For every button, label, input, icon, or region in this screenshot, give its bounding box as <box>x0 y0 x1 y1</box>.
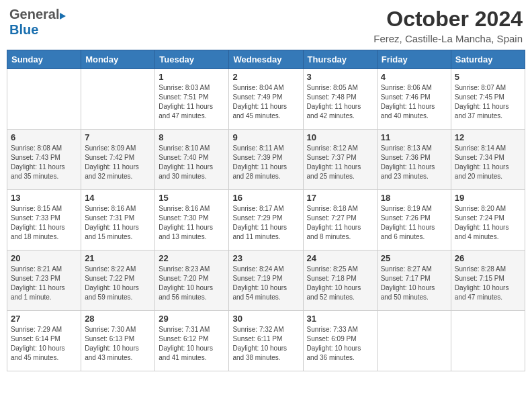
day-number: 17 <box>307 193 373 203</box>
day-number: 25 <box>381 253 447 263</box>
calendar-week-row: 6Sunrise: 8:08 AM Sunset: 7:43 PM Daylig… <box>7 130 525 190</box>
day-number: 5 <box>455 72 521 82</box>
day-info: Sunrise: 7:31 AM Sunset: 6:12 PM Dayligh… <box>159 325 225 363</box>
column-header-sunday: Sunday <box>7 50 81 69</box>
calendar-cell: 14Sunrise: 8:16 AM Sunset: 7:31 PM Dayli… <box>81 190 155 250</box>
day-number: 26 <box>455 253 521 263</box>
day-info: Sunrise: 8:27 AM Sunset: 7:17 PM Dayligh… <box>381 265 447 302</box>
day-info: Sunrise: 8:16 AM Sunset: 7:30 PM Dayligh… <box>159 204 225 242</box>
day-info: Sunrise: 8:10 AM Sunset: 7:40 PM Dayligh… <box>159 144 225 181</box>
calendar-cell: 10Sunrise: 8:12 AM Sunset: 7:37 PM Dayli… <box>303 130 377 190</box>
day-info: Sunrise: 8:03 AM Sunset: 7:51 PM Dayligh… <box>159 83 225 121</box>
calendar-cell: 15Sunrise: 8:16 AM Sunset: 7:30 PM Dayli… <box>155 190 229 250</box>
day-number: 2 <box>232 72 299 82</box>
title-section: October 2024 Ferez, Castille-La Mancha, … <box>373 7 523 44</box>
day-info: Sunrise: 8:08 AM Sunset: 7:43 PM Dayligh… <box>11 144 77 181</box>
calendar-cell: 16Sunrise: 8:17 AM Sunset: 7:29 PM Dayli… <box>229 190 303 250</box>
calendar-cell <box>451 311 525 371</box>
day-info: Sunrise: 8:22 AM Sunset: 7:22 PM Dayligh… <box>85 265 151 302</box>
calendar-cell: 3Sunrise: 8:05 AM Sunset: 7:48 PM Daylig… <box>303 69 377 130</box>
calendar-cell: 11Sunrise: 8:13 AM Sunset: 7:36 PM Dayli… <box>377 130 451 190</box>
logo-text: General <box>9 7 66 22</box>
day-number: 14 <box>85 193 151 203</box>
day-number: 10 <box>307 132 373 142</box>
day-info: Sunrise: 7:33 AM Sunset: 6:09 PM Dayligh… <box>307 325 373 363</box>
logo-general: General <box>9 7 59 21</box>
day-info: Sunrise: 8:28 AM Sunset: 7:15 PM Dayligh… <box>455 265 521 302</box>
day-info: Sunrise: 8:15 AM Sunset: 7:33 PM Dayligh… <box>11 204 77 242</box>
day-info: Sunrise: 8:16 AM Sunset: 7:31 PM Dayligh… <box>85 204 151 242</box>
day-info: Sunrise: 8:19 AM Sunset: 7:26 PM Dayligh… <box>381 204 447 242</box>
day-number: 6 <box>11 132 77 142</box>
day-info: Sunrise: 8:23 AM Sunset: 7:20 PM Dayligh… <box>159 265 225 302</box>
day-number: 16 <box>232 193 299 203</box>
column-header-thursday: Thursday <box>303 50 377 69</box>
logo-icon <box>60 13 66 19</box>
day-info: Sunrise: 8:05 AM Sunset: 7:48 PM Dayligh… <box>307 83 373 121</box>
calendar-cell: 31Sunrise: 7:33 AM Sunset: 6:09 PM Dayli… <box>303 311 377 371</box>
column-header-friday: Friday <box>377 50 451 69</box>
calendar-header-row: SundayMondayTuesdayWednesdayThursdayFrid… <box>7 50 525 69</box>
calendar-cell: 30Sunrise: 7:32 AM Sunset: 6:11 PM Dayli… <box>229 311 303 371</box>
day-info: Sunrise: 8:12 AM Sunset: 7:37 PM Dayligh… <box>307 144 373 181</box>
calendar-week-row: 1Sunrise: 8:03 AM Sunset: 7:51 PM Daylig… <box>7 69 525 130</box>
day-number: 18 <box>381 193 447 203</box>
calendar-cell: 5Sunrise: 8:07 AM Sunset: 7:45 PM Daylig… <box>451 69 525 130</box>
calendar-cell: 1Sunrise: 8:03 AM Sunset: 7:51 PM Daylig… <box>155 69 229 130</box>
calendar-cell: 6Sunrise: 8:08 AM Sunset: 7:43 PM Daylig… <box>7 130 81 190</box>
calendar-cell: 22Sunrise: 8:23 AM Sunset: 7:20 PM Dayli… <box>155 250 229 311</box>
calendar-week-row: 13Sunrise: 8:15 AM Sunset: 7:33 PM Dayli… <box>7 190 525 250</box>
calendar-week-row: 27Sunrise: 7:29 AM Sunset: 6:14 PM Dayli… <box>7 311 525 371</box>
day-info: Sunrise: 8:17 AM Sunset: 7:29 PM Dayligh… <box>232 204 299 242</box>
column-header-monday: Monday <box>81 50 155 69</box>
day-number: 13 <box>11 193 77 203</box>
calendar-cell: 18Sunrise: 8:19 AM Sunset: 7:26 PM Dayli… <box>377 190 451 250</box>
day-number: 20 <box>11 253 77 263</box>
day-number: 23 <box>232 253 299 263</box>
calendar-cell: 4Sunrise: 8:06 AM Sunset: 7:46 PM Daylig… <box>377 69 451 130</box>
calendar-cell: 2Sunrise: 8:04 AM Sunset: 7:49 PM Daylig… <box>229 69 303 130</box>
column-header-saturday: Saturday <box>451 50 525 69</box>
day-info: Sunrise: 8:20 AM Sunset: 7:24 PM Dayligh… <box>455 204 521 242</box>
calendar-week-row: 20Sunrise: 8:21 AM Sunset: 7:23 PM Dayli… <box>7 250 525 311</box>
day-number: 15 <box>159 193 225 203</box>
calendar-cell: 26Sunrise: 8:28 AM Sunset: 7:15 PM Dayli… <box>451 250 525 311</box>
column-header-wednesday: Wednesday <box>229 50 303 69</box>
calendar-cell: 13Sunrise: 8:15 AM Sunset: 7:33 PM Dayli… <box>7 190 81 250</box>
day-number: 8 <box>159 132 225 142</box>
day-info: Sunrise: 8:07 AM Sunset: 7:45 PM Dayligh… <box>455 83 521 121</box>
calendar-cell: 25Sunrise: 8:27 AM Sunset: 7:17 PM Dayli… <box>377 250 451 311</box>
day-number: 27 <box>11 314 77 324</box>
page-header: General Blue October 2024 Ferez, Castill… <box>7 7 525 44</box>
day-number: 28 <box>85 314 151 324</box>
calendar-table: SundayMondayTuesdayWednesdayThursdayFrid… <box>7 50 525 371</box>
column-header-tuesday: Tuesday <box>155 50 229 69</box>
calendar-cell: 23Sunrise: 8:24 AM Sunset: 7:19 PM Dayli… <box>229 250 303 311</box>
day-number: 21 <box>85 253 151 263</box>
calendar-cell: 17Sunrise: 8:18 AM Sunset: 7:27 PM Dayli… <box>303 190 377 250</box>
calendar-cell: 7Sunrise: 8:09 AM Sunset: 7:42 PM Daylig… <box>81 130 155 190</box>
day-number: 7 <box>85 132 151 142</box>
day-info: Sunrise: 8:14 AM Sunset: 7:34 PM Dayligh… <box>455 144 521 181</box>
day-number: 4 <box>381 72 447 82</box>
logo: General Blue <box>9 7 66 38</box>
calendar-cell <box>7 69 81 130</box>
day-number: 12 <box>455 132 521 142</box>
calendar-cell: 9Sunrise: 8:11 AM Sunset: 7:39 PM Daylig… <box>229 130 303 190</box>
day-info: Sunrise: 7:32 AM Sunset: 6:11 PM Dayligh… <box>232 325 299 363</box>
day-info: Sunrise: 8:04 AM Sunset: 7:49 PM Dayligh… <box>232 83 299 121</box>
day-number: 9 <box>232 132 299 142</box>
day-info: Sunrise: 8:25 AM Sunset: 7:18 PM Dayligh… <box>307 265 373 302</box>
day-number: 31 <box>307 314 373 324</box>
day-info: Sunrise: 8:24 AM Sunset: 7:19 PM Dayligh… <box>232 265 299 302</box>
day-info: Sunrise: 8:21 AM Sunset: 7:23 PM Dayligh… <box>11 265 77 302</box>
calendar-cell: 20Sunrise: 8:21 AM Sunset: 7:23 PM Dayli… <box>7 250 81 311</box>
month-title: October 2024 <box>373 7 523 32</box>
calendar-cell: 29Sunrise: 7:31 AM Sunset: 6:12 PM Dayli… <box>155 311 229 371</box>
day-info: Sunrise: 8:06 AM Sunset: 7:46 PM Dayligh… <box>381 83 447 121</box>
location-title: Ferez, Castille-La Mancha, Spain <box>373 33 523 44</box>
calendar-cell: 21Sunrise: 8:22 AM Sunset: 7:22 PM Dayli… <box>81 250 155 311</box>
day-info: Sunrise: 8:09 AM Sunset: 7:42 PM Dayligh… <box>85 144 151 181</box>
day-number: 3 <box>307 72 373 82</box>
day-info: Sunrise: 8:18 AM Sunset: 7:27 PM Dayligh… <box>307 204 373 242</box>
